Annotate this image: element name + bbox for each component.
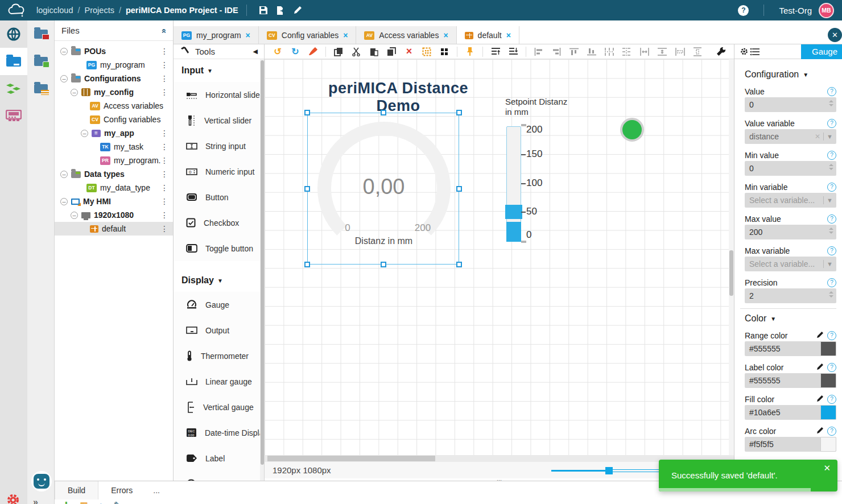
move-to-top-icon[interactable]: [490, 47, 501, 57]
close-screen-button[interactable]: ✕: [828, 28, 842, 42]
section-input[interactable]: Input▼: [174, 59, 265, 82]
align-top-icon[interactable]: [569, 47, 579, 57]
resize-handle-w[interactable]: [304, 186, 310, 192]
help-icon[interactable]: ?: [827, 214, 836, 224]
project-files-icon[interactable]: [27, 20, 55, 48]
kebab-menu-icon[interactable]: ⋮: [160, 74, 168, 83]
resize-handle-sw[interactable]: [304, 262, 310, 267]
tree-item-my-hmi[interactable]: –My HMI⋮: [55, 195, 173, 208]
tree-item-my-task[interactable]: TKmy_task⋮: [55, 140, 173, 154]
assistant-avatar[interactable]: [31, 471, 52, 491]
format-brush-icon[interactable]: [308, 47, 318, 57]
edit-pencil-icon[interactable]: [816, 427, 824, 436]
center-vertical-icon[interactable]: [657, 47, 667, 57]
help-icon[interactable]: ?: [827, 427, 836, 436]
tree-item-pous[interactable]: –POUs⋮: [55, 44, 173, 58]
range-color-input[interactable]: #555555: [745, 341, 836, 356]
tree-item-my-config[interactable]: –my_config⋮: [55, 85, 173, 99]
stepper-icon[interactable]: [829, 291, 833, 298]
kebab-menu-icon[interactable]: ⋮: [160, 142, 168, 151]
section-display[interactable]: Display▼: [174, 269, 265, 292]
color-swatch[interactable]: [820, 405, 836, 420]
plus-icon[interactable]: ✚: [63, 500, 70, 504]
clear-icon[interactable]: ✕: [815, 133, 820, 141]
help-icon[interactable]: ?: [827, 151, 836, 160]
expand-panel-icon[interactable]: »: [33, 497, 38, 504]
canvas-vertical-scrollbar[interactable]: [729, 59, 734, 455]
collapse-icon[interactable]: –: [60, 75, 68, 82]
edit-pencil-icon[interactable]: [816, 331, 824, 340]
kebab-menu-icon[interactable]: ⋮: [160, 47, 168, 56]
tree-item-my-data-type[interactable]: DTmy_data_type⋮: [55, 181, 173, 195]
kebab-menu-icon[interactable]: ⋮: [160, 170, 168, 179]
stepper-icon[interactable]: [829, 100, 833, 106]
tree-item-my-app[interactable]: –≡my_app⋮: [55, 126, 173, 140]
min-value-input[interactable]: 0: [745, 161, 836, 176]
tool-linear-gauge[interactable]: Linear gauge: [174, 369, 265, 394]
tool-button[interactable]: Button: [174, 184, 265, 210]
org-name[interactable]: Test-Org: [779, 6, 812, 15]
collapse-icon[interactable]: –: [60, 171, 68, 178]
help-icon[interactable]: ?: [827, 363, 836, 372]
logiccloud-logo-icon[interactable]: [7, 3, 26, 17]
paste-icon[interactable]: [369, 47, 379, 57]
tab-default[interactable]: default×: [457, 26, 519, 44]
tool-toggle-button[interactable]: Toggle button: [174, 236, 265, 261]
tree-item-data-types[interactable]: –Data types⋮: [55, 167, 173, 181]
resize-handle-se[interactable]: [456, 262, 462, 267]
tab-config-variables[interactable]: CVConfig variables×: [259, 26, 357, 44]
zoom-slider[interactable]: [551, 469, 659, 472]
delete-icon[interactable]: ×: [404, 47, 414, 57]
help-icon[interactable]: ?: [827, 278, 836, 287]
scrollbar-thumb[interactable]: [267, 456, 435, 461]
collapse-icon[interactable]: –: [60, 48, 68, 55]
chevron-down-icon[interactable]: ▼: [827, 133, 833, 140]
stretch-horizontal-icon[interactable]: [675, 47, 685, 57]
inspector-tab-gauge[interactable]: Gauge: [801, 44, 842, 59]
tree-item-access-variables[interactable]: AVAccess variables: [55, 99, 173, 113]
precision-input[interactable]: 2: [745, 288, 836, 303]
tool-vertical-gauge[interactable]: Vertical gauge: [174, 394, 265, 420]
group-icon[interactable]: [439, 47, 449, 57]
distribute-horizontal-icon[interactable]: [604, 47, 614, 57]
collapse-all-icon[interactable]: «: [159, 28, 169, 32]
resize-handle-e[interactable]: [456, 186, 462, 192]
scrollbar-thumb[interactable]: [729, 250, 733, 296]
kebab-menu-icon[interactable]: ⋮: [160, 88, 168, 97]
help-icon[interactable]: ?: [827, 395, 836, 404]
design-canvas[interactable]: periMICA Distance Demo 0,00 0 200 Distan…: [265, 59, 729, 455]
duplicate-icon[interactable]: [386, 47, 397, 57]
tree-item-my-program[interactable]: PGmy_program⋮: [55, 58, 173, 72]
collapse-icon[interactable]: –: [71, 89, 78, 96]
tool-string-input[interactable]: String input: [174, 133, 265, 159]
tab-access-variables[interactable]: AVAccess variables×: [356, 26, 456, 44]
stretch-vertical-icon[interactable]: [692, 47, 703, 57]
tool-datetime-display[interactable]: DEC0:00Date-time Displa: [174, 420, 265, 445]
tree-item-default[interactable]: default⋮: [55, 222, 173, 236]
more-tabs[interactable]: ...: [145, 481, 168, 499]
move-to-bottom-icon[interactable]: [508, 47, 518, 57]
edit-pencil-icon[interactable]: [816, 363, 824, 372]
resize-handle-s[interactable]: [381, 262, 386, 267]
resize-handle-n[interactable]: [381, 110, 386, 115]
tool-vertical-slider[interactable]: Vertical slider: [174, 108, 265, 133]
value-input[interactable]: 0: [745, 97, 836, 112]
edit-pencil-icon[interactable]: [289, 3, 306, 17]
tool-label[interactable]: Label: [174, 445, 265, 471]
center-horizontal-icon[interactable]: [639, 47, 650, 57]
undo-icon[interactable]: ↺: [273, 47, 283, 57]
package-icon[interactable]: ▦: [80, 500, 88, 504]
tree-item-configurations[interactable]: –Configurations⋮: [55, 72, 173, 85]
stepper-icon[interactable]: [829, 164, 833, 170]
tab-errors[interactable]: Errors: [98, 481, 145, 499]
close-icon[interactable]: ×: [506, 31, 511, 40]
chevron-down-icon[interactable]: ▼: [827, 261, 833, 267]
kebab-menu-icon[interactable]: ⋮: [160, 129, 168, 138]
tool-indicator[interactable]: Indicator: [174, 471, 265, 481]
edit-pencil-icon[interactable]: [816, 395, 824, 404]
close-icon[interactable]: ×: [343, 31, 348, 40]
collapse-icon[interactable]: –: [60, 198, 68, 205]
files-folder-icon[interactable]: [0, 48, 27, 75]
tab-build[interactable]: Build: [55, 481, 98, 499]
collapse-icon[interactable]: –: [81, 130, 88, 137]
